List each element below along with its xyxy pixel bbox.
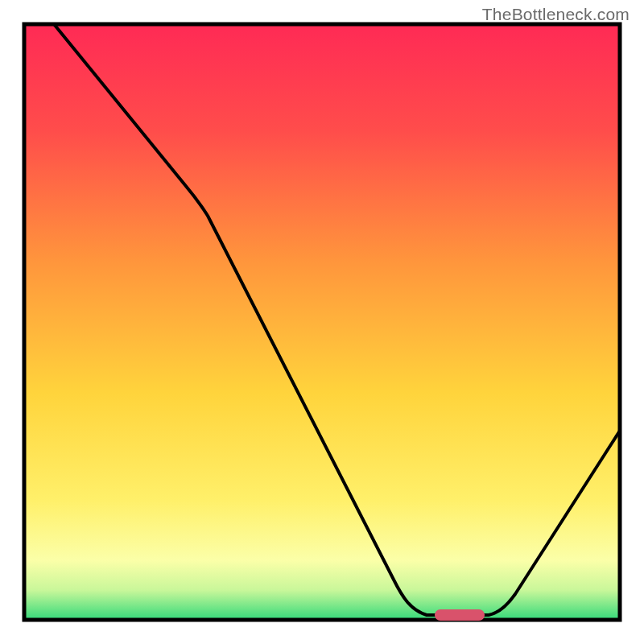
plot-background: [24, 24, 620, 620]
chart-svg: [0, 0, 644, 644]
bottleneck-chart: TheBottleneck.com: [0, 0, 644, 644]
optimum-marker: [435, 609, 485, 621]
watermark-text: TheBottleneck.com: [482, 5, 630, 24]
